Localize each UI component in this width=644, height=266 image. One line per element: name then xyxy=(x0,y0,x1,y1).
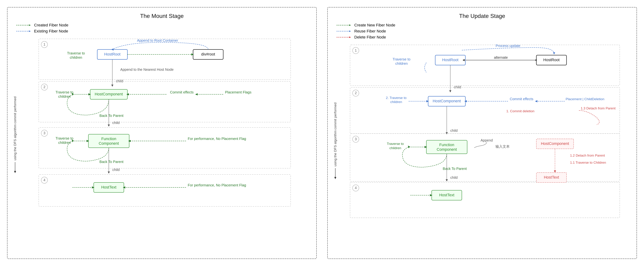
svg-text:HostRoot: HostRoot xyxy=(104,52,120,56)
svg-marker-32 xyxy=(195,93,198,96)
svg-text:Commit effects: Commit effects xyxy=(170,90,194,94)
svg-text:child: child xyxy=(112,168,120,172)
svg-text:Append to the Nearest Host Nod: Append to the Nearest Host Node xyxy=(120,68,174,72)
update-legend-item-create: Create New Fiber Node xyxy=(336,23,631,28)
svg-text:1: 1 xyxy=(355,48,356,52)
svg-text:children: children xyxy=(58,94,70,98)
legend-item-created: Created Fiber Node xyxy=(16,23,311,28)
svg-text:Traverse to: Traverse to xyxy=(392,57,410,61)
svg-marker-125 xyxy=(446,179,448,182)
svg-text:3: 3 xyxy=(355,137,356,141)
svg-marker-82 xyxy=(534,59,537,61)
svg-text:1.2 Detach from Parent: 1.2 Detach from Parent xyxy=(570,154,605,157)
svg-marker-123 xyxy=(554,170,556,172)
legend-created-label: Created Fiber Node xyxy=(34,23,68,28)
svg-text:HostRoot: HostRoot xyxy=(442,58,458,62)
svg-text:Function: Function xyxy=(439,142,454,147)
svg-text:Back To Parent: Back To Parent xyxy=(99,114,124,118)
update-svg: 1 Process update HostRoot HostRoot xyxy=(340,43,631,238)
svg-text:Process update: Process update xyxy=(496,44,520,48)
svg-text:Commit effects: Commit effects xyxy=(510,97,533,101)
svg-text:HostComponent: HostComponent xyxy=(94,92,123,96)
svg-text:alternate: alternate xyxy=(494,56,508,60)
svg-marker-87 xyxy=(449,90,451,92)
svg-text:3: 3 xyxy=(43,131,45,135)
svg-text:HostComponent: HostComponent xyxy=(432,99,461,103)
svg-text:Placement Flags: Placement Flags xyxy=(225,90,252,94)
svg-text:Append: Append xyxy=(480,138,493,142)
svg-text:child: child xyxy=(112,121,120,125)
svg-text:1: 1 xyxy=(43,42,45,46)
svg-marker-5 xyxy=(14,171,16,173)
svg-rect-127 xyxy=(350,182,620,218)
svg-marker-68 xyxy=(349,36,351,38)
svg-text:Component: Component xyxy=(436,147,457,152)
svg-text:children: children xyxy=(70,56,82,60)
svg-text:Traverse to: Traverse to xyxy=(56,136,73,140)
svg-text:4: 4 xyxy=(43,178,45,182)
svg-text:Back To Parent: Back To Parent xyxy=(443,167,467,170)
svg-marker-1 xyxy=(29,24,31,26)
svg-text:4: 4 xyxy=(355,186,356,190)
svg-text:Placement | ChildDeletion: Placement | ChildDeletion xyxy=(566,97,604,101)
svg-text:children: children xyxy=(395,62,408,66)
update-legend: Create New Fiber Node Reuse Fiber Node D… xyxy=(333,23,631,40)
svg-text:child: child xyxy=(116,79,123,83)
svg-rect-22 xyxy=(39,82,290,122)
update-legend-create-label: Create New Fiber Node xyxy=(354,23,395,28)
update-legend-item-reuse: Reuse Fiber Node xyxy=(336,29,631,34)
svg-text:For performance, No Placement : For performance, No Placement Flag xyxy=(188,137,246,141)
svg-text:child: child xyxy=(454,85,461,89)
svg-text:child: child xyxy=(450,176,458,180)
mount-legend: Created Fiber Node Existing Fiber Node xyxy=(13,23,311,34)
svg-text:Traverse to: Traverse to xyxy=(56,90,73,94)
svg-text:children: children xyxy=(58,141,70,144)
svg-marker-117 xyxy=(408,146,410,148)
svg-text:For performance, No Placement : For performance, No Placement Flag xyxy=(188,183,246,187)
svg-marker-66 xyxy=(349,30,351,32)
svg-marker-64 xyxy=(349,24,351,26)
svg-text:HostText: HostText xyxy=(439,193,454,197)
svg-text:2. Traverse to: 2. Traverse to xyxy=(386,96,406,100)
svg-text:1.1 Traverse to Children: 1.1 Traverse to Children xyxy=(570,161,606,164)
svg-text:2: 2 xyxy=(43,85,45,89)
svg-marker-19 xyxy=(111,84,113,87)
svg-text:2: 2 xyxy=(355,91,356,95)
svg-marker-70 xyxy=(334,177,336,179)
mount-left-label-2: using the DFS algorithm xyxy=(13,124,17,160)
mount-left-label-1: commit performed xyxy=(13,96,17,124)
svg-text:HostRoot: HostRoot xyxy=(543,58,560,62)
svg-text:div#root: div#root xyxy=(201,52,215,56)
update-legend-delete-label: Delete Fiber Node xyxy=(354,35,386,40)
update-left-label-2: using the DFS algorithm xyxy=(333,130,337,166)
mount-svg: 1 HostRoot div#root Append to Root Conta… xyxy=(20,37,311,232)
svg-marker-3 xyxy=(29,30,31,32)
update-legend-item-delete: Delete Fiber Node xyxy=(336,35,631,40)
svg-marker-37 xyxy=(108,124,110,126)
svg-rect-39 xyxy=(39,128,290,168)
svg-text:children: children xyxy=(390,100,402,104)
svg-marker-99 xyxy=(535,100,538,102)
svg-text:HostText: HostText xyxy=(101,185,116,190)
svg-text:child: child xyxy=(450,128,458,132)
svg-text:Function: Function xyxy=(101,136,116,141)
svg-text:输入文本: 输入文本 xyxy=(496,144,510,148)
svg-text:HostComponent: HostComponent xyxy=(541,141,569,146)
svg-text:Back To Parent: Back To Parent xyxy=(99,160,124,164)
svg-marker-104 xyxy=(446,132,448,134)
svg-text:Traverse to: Traverse to xyxy=(67,51,85,55)
mount-diagram: The Mount Stage Created Fiber Node Exist… xyxy=(7,7,317,259)
svg-rect-42 xyxy=(88,134,129,148)
legend-existing-label: Existing Fiber Node xyxy=(34,29,68,34)
update-legend-reuse-label: Reuse Fiber Node xyxy=(354,29,386,34)
svg-rect-55 xyxy=(39,174,290,206)
svg-marker-53 xyxy=(108,172,110,174)
svg-text:1. Commit deletion: 1. Commit deletion xyxy=(506,109,534,113)
svg-text:Component: Component xyxy=(99,141,119,146)
update-left-label-1: commit performed xyxy=(333,102,337,130)
svg-rect-71 xyxy=(350,45,620,86)
legend-item-existing: Existing Fiber Node xyxy=(16,29,311,34)
svg-text:children: children xyxy=(390,146,401,150)
svg-marker-74 xyxy=(553,52,555,54)
svg-text:Traverse to: Traverse to xyxy=(387,142,404,146)
